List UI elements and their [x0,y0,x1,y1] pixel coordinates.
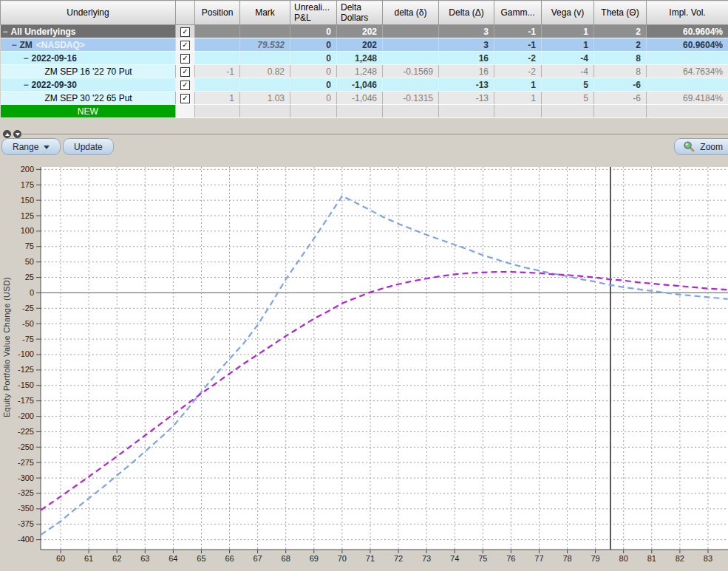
y-axis-label: Equity Portfolio Value Change (USD) [2,277,11,417]
table-row[interactable]: −ZM<NASDAQ>✓79.53202023-11260.9604% [1,38,728,52]
collapse-expander-icon[interactable]: − [24,53,32,64]
cell-delta_dollars: -1,046 [337,92,383,105]
exchange-label: <NASDAQ> [36,40,85,50]
positions-table: UnderlyingPositionMarkUnreali...P&LDelta… [0,0,728,118]
x-tick-label: 83 [704,554,712,563]
include-checkbox[interactable]: ✓ [180,54,190,64]
x-tick-label: 76 [506,554,515,563]
y-tick-label: -100 [18,349,34,358]
y-tick-label: -125 [18,365,34,374]
cell-mark [240,25,290,38]
cell-underlying: −2022-09-30 [1,78,176,92]
pane-splitter[interactable] [0,118,728,137]
cell-mark [240,52,290,65]
new-row-label: NEW [78,106,98,117]
table-row[interactable]: −All Underlyings✓02023-11260.9604% [1,25,728,38]
table-row[interactable]: −2022-09-30✓0-1,046-1315-6 [1,78,728,92]
range-button[interactable]: Range [1,138,61,155]
column-header-theta[interactable]: Theta (Θ) [594,1,647,25]
x-tick-label: 73 [422,554,431,563]
cell-delta_dollars [337,105,383,118]
triangle-up-icon [5,133,10,136]
cell-position [195,105,240,118]
x-tick-label: 71 [366,554,375,563]
column-header-check[interactable] [176,1,195,25]
cell-checkbox: ✓ [176,78,195,92]
cell-vega: 5 [542,92,594,105]
table-row[interactable]: ZM SEP 30 '22 65 Put✓11.030-1,046-0.1315… [1,92,728,105]
include-checkbox[interactable]: ✓ [180,41,190,50]
cell-vega [542,105,594,118]
column-header-impl_vol[interactable]: Impl. Vol. [647,1,728,25]
table-row[interactable]: NEW [1,105,728,118]
x-tick-label: 79 [591,554,600,563]
y-tick-label: -200 [18,411,34,420]
zoom-button-label: Zoom [700,142,723,152]
cell-position [195,38,240,52]
cell-vega: 1 [542,38,594,52]
column-header-delta_dollars[interactable]: DeltaDollars [337,1,383,25]
cell-delta_cap [439,105,494,118]
x-tick-label: 70 [338,554,347,563]
zoom-button[interactable]: Zoom [674,138,728,155]
cell-mark: 79.532 [240,38,290,52]
cell-impl_vol [647,52,728,65]
cell-delta_cap: -13 [439,78,494,92]
x-tick-label: 75 [478,554,487,563]
cell-theta: 8 [594,52,647,65]
y-tick-label: -150 [18,380,34,389]
cell-theta: -6 [594,78,647,92]
cell-delta_small: -0.1315 [383,92,439,105]
cell-pnl: 0 [290,92,337,105]
collapse-expander-icon[interactable]: − [12,40,20,50]
include-checkbox[interactable]: ✓ [180,94,190,103]
column-header-delta_small[interactable]: delta (δ) [383,1,439,25]
y-tick-label: 100 [21,226,34,235]
include-checkbox[interactable]: ✓ [180,27,190,37]
cell-theta: 2 [594,25,647,38]
cell-pnl: 0 [290,25,337,38]
y-tick-label: -350 [18,504,34,513]
cell-delta_dollars: 1,248 [337,65,383,78]
y-tick-label: 25 [25,273,34,281]
chart-svg: 6061626364656667686970717273747576777879… [0,160,728,571]
x-tick-label: 67 [253,554,262,563]
cell-impl_vol [647,105,728,118]
table-header-row: UnderlyingPositionMarkUnreali...P&LDelta… [1,1,728,25]
table-row[interactable]: ZM SEP 16 '22 70 Put✓-10.8201,248-0.1569… [1,65,728,78]
update-button[interactable]: Update [63,138,114,155]
underlying-label: ZM [20,40,33,50]
cell-theta: 2 [594,38,647,52]
column-header-mark[interactable]: Mark [240,1,290,25]
cell-underlying: ZM SEP 30 '22 65 Put [1,92,176,105]
table-row[interactable]: −2022-09-16✓01,24816-2-48 [1,52,728,65]
cell-delta_small [383,78,439,92]
y-tick-label: -175 [18,396,34,405]
risk-navigator-window: UnderlyingPositionMarkUnreali...P&LDelta… [0,0,728,571]
underlying-label: 2022-09-16 [32,53,77,64]
cell-delta_cap: 3 [439,25,494,38]
cell-gamma: 1 [494,92,542,105]
cell-checkbox [176,105,195,118]
cell-theta [594,105,647,118]
cell-underlying: −All Underlyings [1,25,176,38]
column-header-gamma[interactable]: Gamm... [494,1,542,25]
y-tick-label: 200 [21,165,34,174]
column-header-underlying[interactable]: Underlying [1,1,176,25]
column-header-vega[interactable]: Vega (v) [542,1,594,25]
collapse-expander-icon[interactable]: − [3,27,11,37]
y-tick-label: -375 [18,519,34,528]
y-tick-label: 75 [25,242,34,250]
y-tick-label: -25 [22,304,34,312]
column-header-pnl[interactable]: Unreali...P&L [290,1,337,25]
column-header-delta_cap[interactable]: Delta (Δ) [439,1,494,25]
cell-delta_small [383,38,439,52]
include-checkbox[interactable]: ✓ [180,67,190,77]
risk-chart[interactable]: 6061626364656667686970717273747576777879… [0,160,728,571]
cell-theta: -6 [594,92,647,105]
cell-delta_dollars: -1,046 [337,78,383,92]
collapse-expander-icon[interactable]: − [24,80,32,90]
cell-impl_vol: 60.9604% [647,38,728,52]
include-checkbox[interactable]: ✓ [180,81,190,90]
column-header-position[interactable]: Position [195,1,240,25]
